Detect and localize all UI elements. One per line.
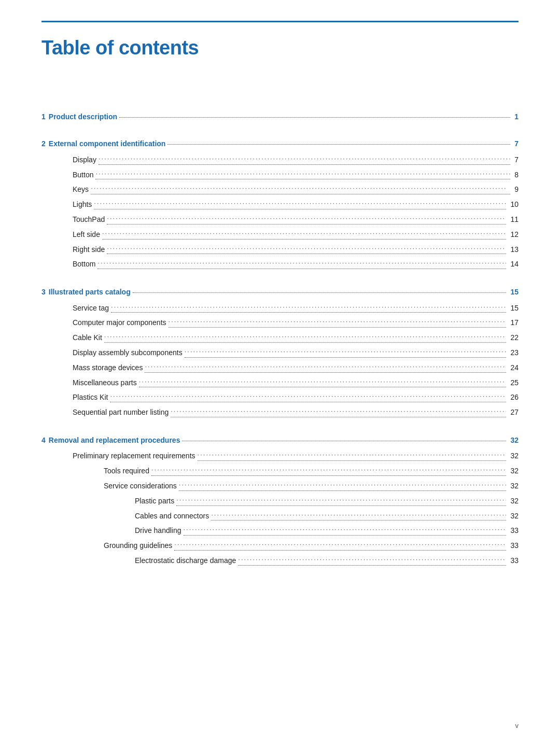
toc-entry-label: Grounding guidelines bbox=[104, 540, 172, 551]
toc-entry-row[interactable]: Cables and connectors···················… bbox=[41, 510, 519, 523]
toc-entry-row[interactable]: TouchPad································… bbox=[41, 214, 519, 226]
toc-entry-page: 32 bbox=[510, 450, 519, 461]
toc-entry-dots: ········································… bbox=[111, 302, 506, 313]
toc-entry-page: 17 bbox=[510, 317, 519, 328]
toc-entry-label: Left side bbox=[73, 229, 100, 240]
toc-entry-row[interactable]: Keys····································… bbox=[41, 184, 519, 196]
toc-entry-page: 27 bbox=[510, 406, 519, 418]
toc-container: 1Product description12External component… bbox=[41, 111, 519, 567]
toc-entry-dots: ········································… bbox=[145, 361, 506, 373]
toc-entry-row[interactable]: Service considerations··················… bbox=[41, 480, 519, 493]
toc-entry-label: Keys bbox=[73, 184, 89, 195]
chapter-1-row[interactable]: 1Product description1 bbox=[41, 111, 519, 122]
toc-entry-label: Mass storage devices bbox=[73, 362, 143, 373]
chapter-3-page: 15 bbox=[510, 286, 519, 298]
chapter-3-dots bbox=[133, 292, 507, 293]
page-title: Table of contents bbox=[41, 37, 519, 59]
toc-entry-row[interactable]: Service tag·····························… bbox=[41, 302, 519, 315]
chapter-1-number: 1 bbox=[41, 111, 46, 122]
toc-entry-row[interactable]: Cable Kit·······························… bbox=[41, 332, 519, 344]
toc-entry-label: Display bbox=[73, 154, 96, 165]
toc-entry-row[interactable]: Bottom··································… bbox=[41, 258, 519, 271]
toc-entry-page: 32 bbox=[510, 510, 519, 522]
toc-entry-page: 25 bbox=[510, 377, 519, 388]
toc-entry-dots: ········································… bbox=[176, 495, 506, 506]
toc-entry-row[interactable]: Lights··································… bbox=[41, 199, 519, 211]
toc-entry-dots: ········································… bbox=[107, 213, 506, 224]
chapter-4-row[interactable]: 4Removal and replacement procedures32 bbox=[41, 434, 519, 446]
toc-entry-dots: ········································… bbox=[179, 480, 507, 491]
chapter-3-row[interactable]: 3Illustrated parts catalog15 bbox=[41, 286, 519, 298]
toc-entry-row[interactable]: Grounding guidelines····················… bbox=[41, 540, 519, 552]
toc-entry-dots: ········································… bbox=[198, 449, 507, 461]
chapter-1-dots bbox=[119, 117, 510, 118]
toc-entry-label: Electrostatic discharge damage bbox=[135, 555, 236, 566]
toc-entry-row[interactable]: Electrostatic discharge damage··········… bbox=[41, 555, 519, 567]
toc-entry-row[interactable]: Left side·······························… bbox=[41, 229, 519, 241]
toc-entry-row[interactable]: Mass storage devices····················… bbox=[41, 362, 519, 374]
toc-entry-row[interactable]: Drive handling··························… bbox=[41, 525, 519, 537]
toc-entry-label: Drive handling bbox=[135, 525, 181, 536]
chapter-2-title: External component identification bbox=[49, 138, 166, 149]
page-footer: v bbox=[515, 722, 519, 729]
toc-entry-page: 26 bbox=[510, 391, 519, 403]
toc-entry-row[interactable]: Preliminary replacement requirements····… bbox=[41, 450, 519, 462]
toc-entry-row[interactable]: Sequential part number listing··········… bbox=[41, 406, 519, 419]
toc-entry-label: Cables and connectors bbox=[135, 510, 209, 522]
toc-entry-row[interactable]: Plastics Kit····························… bbox=[41, 391, 519, 404]
toc-entry-dots: ········································… bbox=[94, 198, 506, 209]
chapter-3-title: Illustrated parts catalog bbox=[49, 286, 131, 298]
chapter-section-1: 1Product description1 bbox=[41, 111, 519, 122]
chapter-4-dots bbox=[182, 441, 506, 441]
toc-entry-dots: ········································… bbox=[91, 183, 510, 194]
toc-entry-label: TouchPad bbox=[73, 214, 105, 225]
toc-entry-page: 15 bbox=[510, 302, 519, 314]
toc-entry-dots: ········································… bbox=[185, 346, 507, 358]
toc-entry-row[interactable]: Miscellaneous parts·····················… bbox=[41, 377, 519, 389]
toc-entry-label: Miscellaneous parts bbox=[73, 377, 137, 388]
toc-entry-dots: ········································… bbox=[139, 376, 507, 388]
toc-entry-dots: ········································… bbox=[169, 316, 507, 328]
toc-entry-dots: ········································… bbox=[99, 153, 510, 165]
toc-entry-label: Bottom bbox=[73, 258, 95, 270]
toc-entry-row[interactable]: Tools required··························… bbox=[41, 465, 519, 477]
toc-entry-page: 32 bbox=[510, 465, 519, 476]
toc-entry-row[interactable]: Computer major components···············… bbox=[41, 317, 519, 329]
toc-entry-label: Display assembly subcomponents bbox=[73, 347, 183, 358]
chapter-4-number: 4 bbox=[41, 434, 46, 446]
toc-entry-dots: ········································… bbox=[110, 391, 506, 402]
chapter-2-row[interactable]: 2External component identification7 bbox=[41, 138, 519, 149]
toc-entry-label: Computer major components bbox=[73, 317, 166, 328]
toc-entry-label: Plastics Kit bbox=[73, 391, 108, 403]
chapter-4-title: Removal and replacement procedures bbox=[49, 434, 180, 446]
chapter-1-title: Product description bbox=[49, 111, 117, 122]
toc-entry-dots: ········································… bbox=[211, 510, 506, 521]
toc-entry-label: Service tag bbox=[73, 302, 109, 314]
toc-entry-page: 8 bbox=[514, 169, 519, 180]
toc-entry-row[interactable]: Display·································… bbox=[41, 154, 519, 166]
toc-entry-row[interactable]: Right side······························… bbox=[41, 244, 519, 256]
toc-entry-label: Lights bbox=[73, 199, 92, 210]
toc-entry-row[interactable]: Button··································… bbox=[41, 169, 519, 181]
toc-entry-dots: ········································… bbox=[174, 539, 506, 551]
toc-entry-dots: ········································… bbox=[97, 258, 506, 269]
toc-entry-dots: ········································… bbox=[171, 406, 506, 417]
toc-entry-page: 33 bbox=[510, 555, 519, 566]
toc-entry-page: 24 bbox=[510, 362, 519, 373]
toc-entry-dots: ········································… bbox=[184, 524, 507, 536]
toc-entry-label: Sequential part number listing bbox=[73, 406, 169, 418]
toc-entry-page: 9 bbox=[514, 184, 519, 195]
top-border bbox=[41, 21, 519, 22]
chapter-1-page: 1 bbox=[514, 111, 519, 122]
toc-entry-label: Button bbox=[73, 169, 93, 180]
toc-entry-label: Cable Kit bbox=[73, 332, 102, 343]
toc-entry-page: 10 bbox=[510, 199, 519, 210]
toc-entry-page: 7 bbox=[514, 154, 519, 165]
toc-entry-label: Service considerations bbox=[104, 480, 177, 491]
toc-entry-row[interactable]: Display assembly subcomponents··········… bbox=[41, 347, 519, 359]
toc-entry-page: 22 bbox=[510, 332, 519, 343]
toc-entry-page: 12 bbox=[510, 229, 519, 240]
toc-entry-row[interactable]: Plastic parts···························… bbox=[41, 495, 519, 508]
chapter-section-3: 3Illustrated parts catalog15Service tag·… bbox=[41, 286, 519, 419]
chapter-2-dots bbox=[167, 144, 510, 145]
